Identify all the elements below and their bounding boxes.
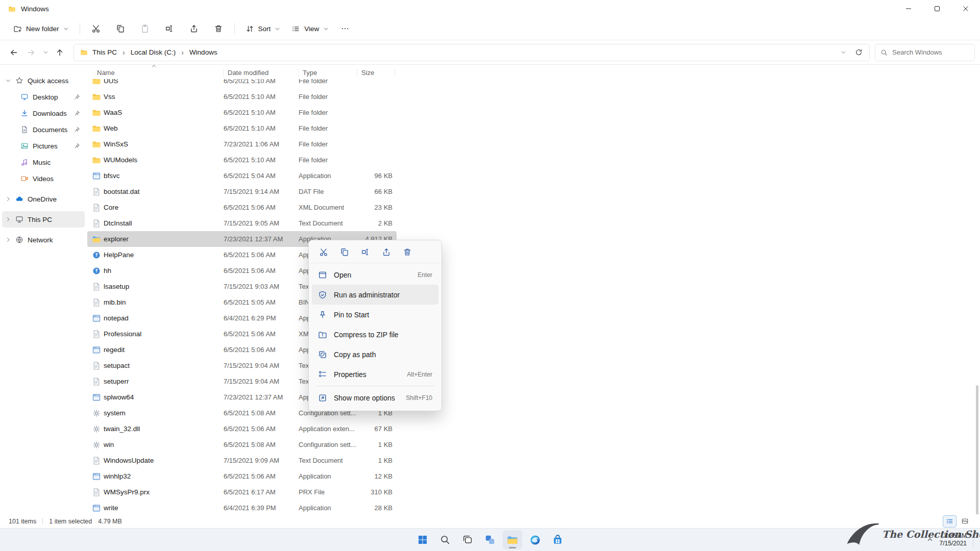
recent-locations-button[interactable] [40,44,51,61]
sort-button[interactable]: Sort [240,21,286,37]
menu-item-properties[interactable]: PropertiesAlt+Enter [312,364,438,384]
file-type: XML Document [299,204,357,211]
address-dropdown-button[interactable] [838,44,849,61]
tray-time: 8:26 AM [940,532,967,540]
file-row-core[interactable]: Core6/5/2021 5:06 AMXML Document23 KB [87,199,397,215]
file-row-windowsupdate[interactable]: WindowsUpdate7/15/2021 9:09 AMText Docum… [87,453,397,468]
paste-button[interactable] [135,20,155,37]
breadcrumb-item-local-disk-c[interactable]: Local Disk (C:) [131,48,176,56]
file-row-waas[interactable]: WaaS6/5/2021 5:10 AMFile folder [87,105,397,120]
menu-item-compress-to-zip-file[interactable]: Compress to ZIP file [312,324,438,344]
folder-icon [92,92,101,102]
more-options-button[interactable] [335,20,355,37]
file-row-write[interactable]: write6/4/2021 6:39 PMApplication28 KB [87,500,397,516]
breadcrumb-item-this-pc[interactable]: This PC [92,48,117,56]
up-button[interactable] [51,44,68,61]
folder-icon [92,140,101,149]
show-desktop-button[interactable] [973,533,975,546]
file-row-bfsvc[interactable]: bfsvc6/5/2021 5:04 AMApplication96 KB [87,168,397,184]
sidebar-item-documents[interactable]: Documents [2,121,85,138]
details-view-button[interactable] [943,516,956,527]
file-row-uus[interactable]: UUS6/5/2021 5:10 AMFile folder [87,79,397,89]
file-type: Text Document [299,219,357,227]
thumbnails-view-button[interactable] [959,516,971,527]
file-row-wmsyspr9-prx[interactable]: WMSysPr9.prx6/5/2021 6:17 AMPRX File310 … [87,484,397,500]
file-row-bootstat-dat[interactable]: bootstat.dat7/15/2021 9:14 AMDAT File66 … [87,184,397,199]
vertical-scrollbar[interactable] [976,385,978,518]
minimize-button[interactable] [894,0,923,17]
sidebar-item-this-pc[interactable]: This PC [2,211,85,228]
cut-button[interactable] [86,20,106,37]
column-header-date-modified[interactable]: Date modified [224,69,299,77]
menu-item-pin-to-start[interactable]: Pin to Start [312,305,438,324]
explorer-app-icon [8,5,16,13]
file-date: 6/5/2021 5:08 AM [224,409,299,417]
delete-button[interactable] [403,247,413,258]
file-row-dtcinstall[interactable]: DtcInstall7/15/2021 9:05 AMText Document… [87,215,397,231]
chevron-right-icon[interactable] [5,196,13,202]
refresh-button[interactable] [850,44,867,61]
location-folder-icon [80,48,88,56]
file-date: 6/5/2021 6:17 AM [224,488,299,496]
taskbar-edge-button[interactable] [525,530,545,549]
file-row-web[interactable]: Web6/5/2021 5:10 AMFile folder [87,120,397,136]
menu-item-copy-as-path[interactable]: Copy as path [312,344,438,364]
copy-button[interactable] [340,247,350,258]
new-folder-button[interactable]: New folder [8,21,74,37]
sidebar-item-music[interactable]: Music [2,154,85,170]
share-button[interactable] [184,20,204,37]
help-icon: ? [92,266,101,276]
file-row-twain-32-dll[interactable]: twain_32.dll6/5/2021 5:06 AMApplication … [87,421,397,437]
file-row-winsxs[interactable]: WinSxS7/23/2021 1:06 AMFile folder [87,136,397,152]
file-date: 7/15/2021 9:14 AM [224,188,299,195]
share-button[interactable] [382,247,392,258]
taskbar-search-button[interactable] [435,530,455,549]
sidebar-item-network[interactable]: Network [2,232,85,248]
file-row-vss[interactable]: Vss6/5/2021 5:10 AMFile folder [87,89,397,105]
rename-button[interactable] [361,247,371,258]
view-button[interactable]: View [286,21,334,37]
file-size: 96 KB [357,172,395,180]
chevron-right-icon[interactable] [5,216,13,222]
sidebar-item-onedrive[interactable]: OneDrive [2,191,85,207]
column-header-type[interactable]: Type [299,69,357,77]
chevron-right-icon[interactable] [5,237,13,243]
taskbar-widgets-button[interactable] [480,530,500,549]
copy-button[interactable] [110,20,131,37]
file-type: File folder [299,79,357,85]
menu-item-open[interactable]: OpenEnter [312,265,438,285]
sidebar-item-desktop[interactable]: Desktop [2,89,85,105]
address-breadcrumb-bar[interactable]: This PC›Local Disk (C:)›Windows [74,44,870,61]
taskbar-start-button[interactable] [413,530,432,549]
back-button[interactable] [5,44,22,61]
breadcrumb-item-windows[interactable]: Windows [189,48,217,56]
titlebar: Windows [0,0,980,17]
pc-icon [15,215,25,223]
forward-button[interactable] [22,44,40,61]
search-input[interactable] [892,48,969,56]
sidebar-item-videos[interactable]: Videos [2,170,85,187]
taskbar-file-explorer-button[interactable] [503,530,522,549]
cut-button[interactable] [319,247,329,258]
menu-item-run-as-administrator[interactable]: Run as administrator [312,285,438,305]
menu-item-show-more-options[interactable]: Show more optionsShift+F10 [312,388,438,408]
column-header-size[interactable]: Size [357,69,395,77]
chevron-down-icon[interactable] [5,78,13,84]
app-icon [92,314,101,323]
maximize-button[interactable] [923,0,951,17]
rename-button[interactable] [159,20,180,37]
file-row-wumodels[interactable]: WUModels6/5/2021 5:10 AMFile folder [87,152,397,168]
file-row-win[interactable]: win6/5/2021 5:08 AMConfiguration sett...… [87,437,397,453]
tray-chevron-up-icon[interactable] [926,536,934,543]
sidebar-item-quick-access[interactable]: Quick access [2,72,85,89]
taskbar-store-button[interactable] [548,530,567,549]
taskbar-clock[interactable]: 8:26 AM 7/15/2021 [940,532,967,547]
sidebar-item-downloads[interactable]: Downloads [2,105,85,121]
sidebar-item-pictures[interactable]: Pictures [2,138,85,154]
delete-button[interactable] [208,20,229,37]
taskbar-task-view-button[interactable] [458,530,477,549]
search-box[interactable] [875,44,975,61]
file-row-winhlp32[interactable]: winhlp326/5/2021 5:06 AMApplication12 KB [87,468,397,484]
open-icon [318,270,327,280]
close-button[interactable] [951,0,980,17]
